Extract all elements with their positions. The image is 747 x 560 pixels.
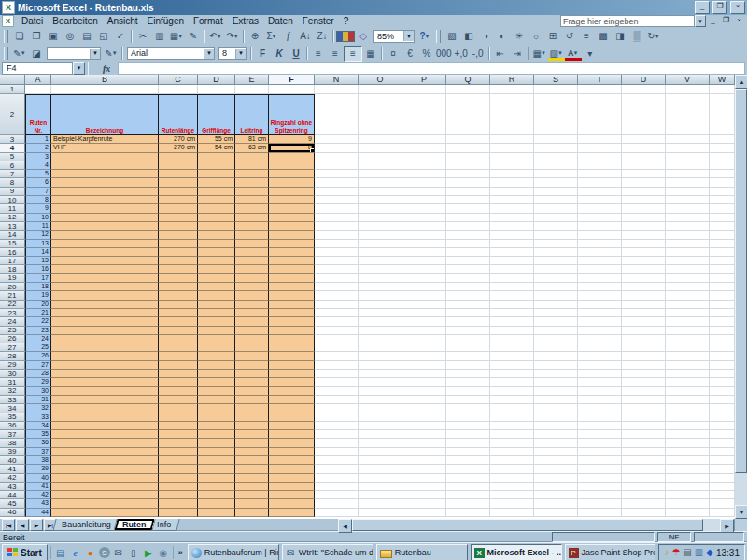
cell-B14[interactable] xyxy=(51,231,159,239)
media-player-icon[interactable]: ▶ xyxy=(142,546,155,559)
cell[interactable] xyxy=(622,483,666,491)
cell[interactable] xyxy=(622,456,666,465)
column-header-S[interactable]: S xyxy=(534,75,578,85)
cell-C16[interactable] xyxy=(159,248,198,257)
cell-C46[interactable] xyxy=(159,509,198,517)
cell[interactable] xyxy=(315,370,359,378)
cell-C36[interactable] xyxy=(159,422,198,430)
cell[interactable] xyxy=(666,94,710,135)
new-icon[interactable]: ❏ xyxy=(11,29,28,43)
cell[interactable] xyxy=(710,214,735,222)
cell-C13[interactable] xyxy=(159,222,198,231)
cell[interactable] xyxy=(490,483,534,491)
cell[interactable] xyxy=(402,335,446,343)
cell-C31[interactable] xyxy=(159,378,198,386)
cell-C34[interactable] xyxy=(159,404,198,413)
cell[interactable] xyxy=(710,170,735,178)
taskbar-button[interactable]: Rutenbauforum | Ringa... xyxy=(188,544,279,560)
menu-ansicht[interactable]: Ansicht xyxy=(103,16,143,26)
cell[interactable] xyxy=(666,387,710,396)
taskbar-button[interactable]: PJasc Paint Shop Pro - [... xyxy=(565,544,656,560)
cell-D8[interactable] xyxy=(198,178,235,187)
row-header-30[interactable]: 30 xyxy=(0,370,25,378)
cell[interactable] xyxy=(710,240,735,248)
cell[interactable] xyxy=(315,335,359,343)
menu-datei[interactable]: Datei xyxy=(17,16,48,26)
cell-E14[interactable] xyxy=(235,231,269,239)
cell-E23[interactable] xyxy=(235,309,269,317)
cell[interactable] xyxy=(402,448,446,456)
cell[interactable] xyxy=(446,178,490,187)
cell[interactable] xyxy=(315,178,359,187)
cell[interactable] xyxy=(315,135,359,144)
quick-launch-overflow-icon[interactable]: » xyxy=(176,548,185,557)
sheet-tab-ruten[interactable]: Ruten xyxy=(113,519,155,531)
cell[interactable] xyxy=(534,361,578,370)
picture-line-style-icon[interactable]: ≡ xyxy=(578,29,595,43)
cell-A25[interactable]: 23 xyxy=(25,327,51,335)
cell-D33[interactable] xyxy=(198,396,235,404)
cell-A32[interactable]: 30 xyxy=(25,387,51,396)
fill-color-icon[interactable]: ▨▼ xyxy=(548,47,565,61)
cell-E13[interactable] xyxy=(235,222,269,231)
cell[interactable] xyxy=(666,335,710,343)
redo-icon-dropdown[interactable]: ▼ xyxy=(233,34,239,39)
cell-F9[interactable] xyxy=(269,188,315,196)
cell[interactable] xyxy=(359,94,402,135)
cell[interactable] xyxy=(710,370,735,378)
cell-C20[interactable] xyxy=(159,283,198,291)
cell[interactable] xyxy=(446,231,490,239)
cell-E46[interactable] xyxy=(235,509,269,517)
crop-icon[interactable]: ⊞ xyxy=(544,29,561,43)
copy-icon[interactable]: ▥ xyxy=(151,29,168,43)
line-color-icon-dropdown[interactable]: ▼ xyxy=(112,50,118,56)
cell[interactable] xyxy=(578,231,622,239)
cell-E16[interactable] xyxy=(235,248,269,257)
picture-color-icon[interactable]: ◧ xyxy=(460,29,477,43)
cell[interactable] xyxy=(402,404,446,413)
cell-F42[interactable] xyxy=(269,474,315,483)
cell[interactable] xyxy=(710,94,735,135)
cell[interactable] xyxy=(534,94,578,135)
cell[interactable] xyxy=(622,240,666,248)
cell-B28[interactable] xyxy=(51,352,159,360)
cell[interactable] xyxy=(446,413,490,422)
cell-C41[interactable] xyxy=(159,465,198,473)
cell[interactable] xyxy=(666,361,710,370)
cell[interactable] xyxy=(359,327,402,335)
erase-border-icon[interactable]: ◪ xyxy=(28,47,45,61)
menu-format[interactable]: Format xyxy=(189,16,228,26)
decrease-indent-icon[interactable]: ⇤ xyxy=(492,47,509,61)
cell[interactable] xyxy=(622,283,666,291)
cell[interactable] xyxy=(710,178,735,187)
font-color-icon-dropdown[interactable]: ▼ xyxy=(572,50,578,56)
cell[interactable] xyxy=(446,327,490,335)
cell[interactable] xyxy=(402,343,446,352)
cell[interactable] xyxy=(446,361,490,370)
cell-C26[interactable] xyxy=(159,335,198,343)
cell[interactable] xyxy=(402,422,446,430)
cell[interactable] xyxy=(446,370,490,378)
merge-center-icon[interactable]: ▦ xyxy=(362,47,379,61)
cell-B36[interactable] xyxy=(51,422,159,430)
borders-icon[interactable]: ▦▼ xyxy=(531,47,548,61)
cell[interactable] xyxy=(578,144,622,152)
cell[interactable] xyxy=(446,352,490,360)
row-header-1[interactable]: 1 xyxy=(0,85,25,94)
column-header-U[interactable]: U xyxy=(622,75,666,85)
cell[interactable] xyxy=(315,456,359,465)
cell[interactable] xyxy=(622,231,666,239)
cell[interactable] xyxy=(534,178,578,187)
cell[interactable] xyxy=(578,291,622,300)
row-header-38[interactable]: 38 xyxy=(0,439,25,447)
cell[interactable] xyxy=(578,135,622,144)
cell[interactable] xyxy=(710,474,735,483)
cell[interactable] xyxy=(315,378,359,386)
scroll-left-icon[interactable]: ◀ xyxy=(338,519,352,533)
cell[interactable] xyxy=(578,396,622,404)
cell-E43[interactable] xyxy=(235,483,269,491)
cell-F24[interactable] xyxy=(269,317,315,326)
cell[interactable] xyxy=(710,439,735,447)
cell-D14[interactable] xyxy=(198,231,235,239)
cell[interactable] xyxy=(578,361,622,370)
